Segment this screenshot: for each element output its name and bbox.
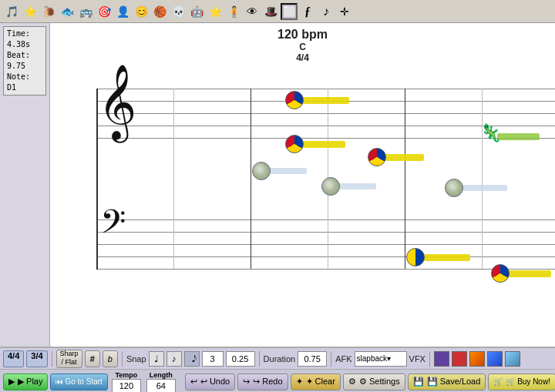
- fish-icon[interactable]: 🐟: [59, 3, 76, 20]
- note-tail-3: [385, 154, 424, 161]
- note-ball-alien-1[interactable]: [252, 162, 271, 180]
- note-ball-3[interactable]: [368, 148, 386, 166]
- robot-icon[interactable]: 🤖: [188, 3, 205, 20]
- snail-icon[interactable]: 🐌: [40, 3, 57, 20]
- go-to-start-button[interactable]: ⏮ Go to Start: [50, 374, 107, 390]
- selected-icon[interactable]: ⬜: [281, 3, 298, 20]
- play-button[interactable]: ▶ ▶ Play: [3, 374, 48, 390]
- redo-button[interactable]: ↪ ↪ Redo: [237, 374, 288, 390]
- time-signature: 4/4: [278, 52, 328, 63]
- score-area[interactable]: 120 bpm C 4/4: [50, 23, 555, 347]
- tempo-control: Tempo: [112, 371, 141, 393]
- separator-5: [429, 351, 430, 367]
- barline-2: [251, 89, 251, 269]
- time-sig-4-4-button[interactable]: 4/4: [3, 350, 24, 367]
- time-value: 4.38s: [7, 40, 30, 49]
- note-value: D1: [7, 83, 16, 92]
- note-tail-alien-2: [338, 183, 376, 189]
- beat-value: 9.75: [7, 62, 25, 70]
- note-ball-alien-3[interactable]: [445, 179, 463, 197]
- tempo-label: Tempo: [115, 371, 137, 379]
- note-ball-bass-2[interactable]: [491, 264, 510, 283]
- afk-label: AFK: [335, 354, 352, 364]
- buy-label: 🛒 Buy Now!: [506, 377, 550, 386]
- note-ball-alien-2[interactable]: [321, 177, 340, 196]
- clear-icon: ✦: [296, 377, 303, 387]
- color-swatch-red[interactable]: [452, 351, 467, 367]
- main-area: Time: 4.38s Beat: 9.75 Note: D1 120 bpm …: [0, 23, 555, 347]
- target-icon[interactable]: 🎯: [96, 3, 113, 20]
- color-swatch-orange[interactable]: [469, 351, 485, 367]
- save-load-button[interactable]: 💾 💾 Save/Load: [408, 374, 486, 390]
- separator-4: [331, 351, 331, 367]
- person2-icon[interactable]: 🧍: [225, 3, 242, 20]
- frog-icon[interactable]: 🦎: [480, 123, 501, 143]
- note-ball-1[interactable]: [285, 91, 304, 109]
- snap-quarter-note-button[interactable]: ♩: [149, 351, 164, 367]
- duration-value-input[interactable]: [298, 351, 327, 367]
- sharp-button[interactable]: #: [85, 350, 100, 367]
- separator-3: [259, 351, 260, 367]
- settings-label: ⚙ Settings: [359, 377, 400, 387]
- sharp-flat-label: Sharp: [60, 350, 79, 358]
- note-tail-bass-1: [424, 254, 470, 261]
- music-note-icon[interactable]: 🎵: [3, 3, 20, 20]
- eye-icon[interactable]: 👁: [244, 3, 261, 20]
- arrows-cross-icon[interactable]: ✛: [336, 3, 353, 20]
- settings-button[interactable]: ⚙ ⚙ Settings: [343, 374, 405, 390]
- afk-dropdown[interactable]: slapback▾: [355, 351, 407, 367]
- save-icon: 💾: [413, 377, 424, 387]
- color-swatch-blue[interactable]: [487, 351, 503, 367]
- note-ball-bass-1[interactable]: [406, 248, 425, 266]
- left-panel: Time: 4.38s Beat: 9.75 Note: D1: [0, 23, 50, 347]
- bpm-value: 120 bpm: [278, 28, 328, 42]
- color-swatch-purple[interactable]: [434, 351, 449, 367]
- length-input[interactable]: [146, 379, 176, 393]
- note-tail-1: [303, 97, 349, 104]
- barline-5: [482, 89, 483, 269]
- barline-4: [405, 89, 405, 269]
- undo-label: ↩ Undo: [200, 377, 230, 387]
- go-to-label: Go to Start: [65, 377, 102, 386]
- hat-icon[interactable]: 🎩: [262, 3, 279, 20]
- function-icon[interactable]: ƒ: [299, 3, 316, 20]
- note-tail-frog: [497, 133, 540, 140]
- undo-button[interactable]: ↩ ↩ Undo: [185, 374, 235, 390]
- time-display: Time: 4.38s: [7, 28, 42, 50]
- ball-icon[interactable]: 🏀: [151, 3, 168, 20]
- note-tail-alien-3: [461, 185, 507, 191]
- snap-eighth-note-button[interactable]: ♪: [166, 351, 182, 367]
- snap-value-input[interactable]: [226, 351, 255, 367]
- buy-button[interactable]: 🛒 🛒 Buy Now!: [488, 374, 555, 390]
- buy-icon: 🛒: [493, 377, 503, 386]
- settings-icon: ⚙: [348, 377, 356, 387]
- vfx-label: VFX: [409, 354, 426, 364]
- note-ball-2[interactable]: [285, 135, 304, 153]
- snap-sixteenth-note-button[interactable]: 𝅘𝅥𝅮: [184, 351, 200, 367]
- sharp-flat-label2: / Flat: [62, 359, 77, 367]
- note-tail-2: [303, 141, 345, 148]
- snap-number-input[interactable]: [202, 351, 224, 367]
- separator-2: [122, 351, 123, 367]
- toolbar-row1: 4/4 3/4 Sharp / Flat # b Snap ♩ ♪ 𝅘𝅥𝅮 Du…: [0, 348, 555, 370]
- flat-button[interactable]: b: [103, 350, 118, 367]
- smiley-icon[interactable]: 😊: [133, 3, 150, 20]
- clear-button[interactable]: ✦ ✦ Clear: [291, 374, 341, 390]
- clear-label: ✦ Clear: [306, 377, 335, 387]
- treble-clef-symbol: 𝄞: [98, 69, 136, 135]
- undo-icon: ↩: [190, 377, 197, 387]
- color-swatch-lightblue[interactable]: [505, 351, 520, 367]
- star-icon[interactable]: ⭐: [22, 3, 39, 20]
- note-display: Note: D1: [7, 72, 42, 93]
- snap-label: Snap: [126, 354, 146, 364]
- time-sig-3-4-button[interactable]: 3/4: [26, 350, 47, 367]
- note-eighth-icon[interactable]: ♪: [318, 3, 335, 20]
- person1-icon[interactable]: 👤: [114, 3, 131, 20]
- skull-icon[interactable]: 💀: [170, 3, 187, 20]
- star2-icon[interactable]: ⭐: [207, 3, 224, 20]
- tempo-input[interactable]: [112, 379, 141, 393]
- bus-icon[interactable]: 🚌: [77, 3, 94, 20]
- length-label: Length: [150, 371, 173, 379]
- time-info-panel: Time: 4.38s Beat: 9.75 Note: D1: [3, 26, 46, 95]
- sharp-flat-button[interactable]: Sharp / Flat: [56, 350, 82, 368]
